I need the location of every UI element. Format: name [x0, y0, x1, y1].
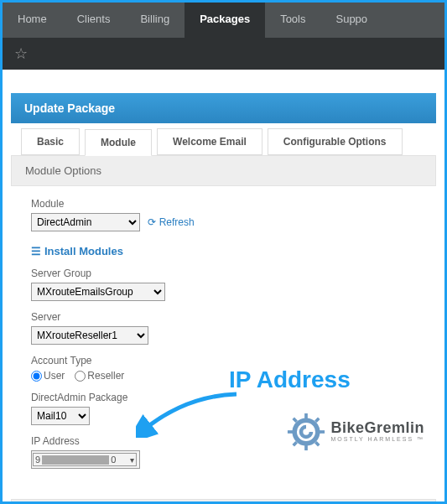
refresh-label: Refresh: [159, 216, 195, 228]
server-group-select[interactable]: MXrouteEmailsGroup: [31, 283, 165, 301]
tab-welcome-email[interactable]: Welcome Email: [157, 128, 262, 155]
section-module-options: Module Options: [11, 155, 436, 186]
da-package-label: DirectAdmin Package: [31, 392, 419, 403]
nav-billing[interactable]: Billing: [125, 3, 185, 38]
da-package-select[interactable]: Mail10: [31, 407, 90, 425]
tab-configurable-options[interactable]: Configurable Options: [268, 128, 403, 155]
radio-user[interactable]: [31, 371, 42, 382]
favorite-star-icon[interactable]: ☆: [14, 44, 28, 63]
list-icon: ☰: [31, 245, 41, 257]
form-area: Module DirectAdmin ⟳ Refresh ☰ Install M…: [11, 186, 436, 496]
sub-bar: ☆: [3, 38, 444, 70]
install-modules-label: Install Modules: [44, 245, 123, 257]
nav-packages[interactable]: Packages: [185, 3, 265, 38]
ip-select[interactable]: 9: [31, 450, 140, 469]
radio-reseller-label: Reseller: [87, 370, 124, 382]
tabs: Basic Module Welcome Email Configurable …: [3, 123, 444, 155]
svg-rect-3: [288, 430, 293, 434]
panel-title: Update Package: [11, 93, 436, 123]
radio-user-wrap[interactable]: User: [31, 370, 65, 382]
server-label: Server: [31, 311, 419, 323]
refresh-icon: ⟳: [148, 216, 156, 228]
section-plugin-integrations: Plugin Integrations: [11, 499, 436, 504]
radio-reseller[interactable]: [75, 371, 86, 382]
account-type-label: Account Type: [31, 355, 419, 366]
radio-reseller-wrap[interactable]: Reseller: [75, 370, 124, 382]
refresh-link[interactable]: ⟳ Refresh: [148, 216, 194, 228]
nav-support[interactable]: Suppo: [320, 3, 382, 38]
radio-user-label: User: [44, 370, 65, 382]
install-modules-link[interactable]: ☰ Install Modules: [31, 245, 123, 257]
tab-module[interactable]: Module: [85, 129, 152, 156]
ip-label: IP Address: [31, 435, 419, 447]
module-label: Module: [31, 198, 419, 210]
nav-tools[interactable]: Tools: [265, 3, 320, 38]
module-select[interactable]: DirectAdmin: [31, 213, 140, 231]
server-select[interactable]: MXrouteReseller1: [31, 326, 148, 345]
nav-home[interactable]: Home: [3, 3, 62, 38]
top-nav: Home Clients Billing Packages Tools Supp…: [3, 3, 444, 38]
tab-basic[interactable]: Basic: [21, 128, 80, 155]
svg-rect-4: [320, 430, 325, 434]
nav-clients[interactable]: Clients: [62, 3, 126, 38]
server-group-label: Server Group: [31, 268, 419, 279]
